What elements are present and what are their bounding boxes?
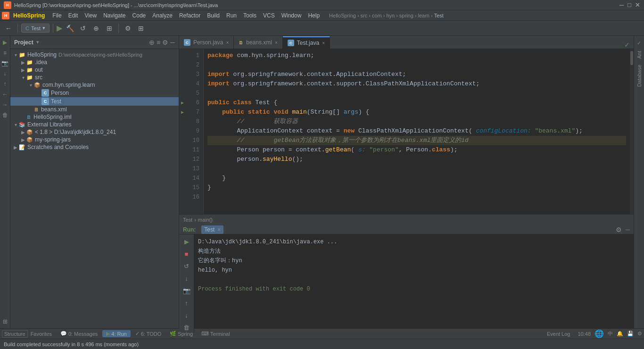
menu-tools[interactable]: Tools xyxy=(240,11,259,20)
sonar-icon[interactable]: 🌐 xyxy=(594,329,604,338)
run-config-selector[interactable]: C Test ▾ xyxy=(21,24,50,33)
window-controls[interactable]: ─ □ ✕ xyxy=(619,1,640,8)
tree-scratches[interactable]: ▶ 📝 Scratches and Consoles xyxy=(10,143,179,151)
close-btn[interactable]: ✕ xyxy=(635,1,640,8)
project-close-icon[interactable]: ─ xyxy=(170,39,175,46)
coverage-btn[interactable]: ⊕ xyxy=(91,23,102,34)
tree-iml[interactable]: 🗎 HelloSpring.iml xyxy=(10,113,179,121)
tree-src[interactable]: ▾ 📁 src xyxy=(10,74,179,81)
breadcrumb-main-method[interactable]: main() xyxy=(198,217,213,223)
tree-idea[interactable]: ▶ 📁 .idea xyxy=(10,58,179,66)
breadcrumb-com[interactable]: com xyxy=(372,13,382,18)
tab-test-close[interactable]: × xyxy=(322,41,325,46)
tree-ext-libs[interactable]: ▾ 📚 External Libraries xyxy=(10,121,179,128)
terminal-btn[interactable]: ⌨ Terminal xyxy=(198,330,234,337)
menu-view[interactable]: View xyxy=(82,11,99,20)
menu-code[interactable]: Code xyxy=(130,11,149,20)
right-database-label[interactable]: Database xyxy=(636,62,643,90)
checkmark-icon[interactable]: ✓ xyxy=(624,41,630,49)
left-icon-4[interactable]: ↓ xyxy=(0,69,10,78)
project-dropdown-icon[interactable]: ▾ xyxy=(36,39,39,45)
breadcrumb-hyn[interactable]: hyn xyxy=(386,13,395,18)
lf-icon[interactable]: 🔔 xyxy=(617,331,623,337)
tree-beans-xml[interactable]: 🗎 beans.xml xyxy=(10,106,179,113)
breadcrumb-test[interactable]: Test xyxy=(434,13,444,18)
run-tab-close[interactable]: × xyxy=(217,226,221,233)
memory-icon[interactable]: 💾 xyxy=(627,331,634,337)
tab-person-close[interactable]: × xyxy=(226,40,229,45)
tab-beans-close[interactable]: × xyxy=(275,40,278,45)
code-editor[interactable]: ▶ ▶ 12345 678910 111213141516 package co… xyxy=(179,49,634,214)
encoding-icon[interactable]: 中 xyxy=(608,330,613,337)
tab-person[interactable]: C Person.java × xyxy=(179,36,234,49)
gutter-7-run[interactable]: ▶ xyxy=(181,108,184,117)
run-play-btn[interactable]: ▶ xyxy=(182,236,192,247)
left-icon-2[interactable]: ≡ xyxy=(0,48,10,58)
todo-btn[interactable]: ✓ 6: TODO xyxy=(132,330,165,337)
tree-package[interactable]: ▾ 📦 com.hyn.spring.learn xyxy=(10,81,179,89)
breadcrumb-test-class[interactable]: Test xyxy=(183,217,192,223)
left-icon-6[interactable]: ← xyxy=(0,90,10,99)
minimize-btn[interactable]: ─ xyxy=(619,1,624,8)
gutter-6-run[interactable]: ▶ xyxy=(181,98,184,108)
run-scroll-btn[interactable]: ↓ xyxy=(182,273,192,283)
back-btn[interactable]: ← xyxy=(3,23,14,34)
run-tool-btn[interactable]: ▶ 4: Run xyxy=(102,330,130,337)
breadcrumb-src[interactable]: src xyxy=(361,13,368,18)
settings-btn[interactable]: ⚙ xyxy=(122,23,133,34)
run-config-dropdown[interactable]: ▾ xyxy=(42,25,45,31)
run-camera-btn[interactable]: 📷 xyxy=(182,285,192,296)
menu-refactor[interactable]: Refactor xyxy=(176,11,203,20)
left-icon-1[interactable]: ▶ xyxy=(0,38,10,47)
menu-window[interactable]: Window xyxy=(279,11,305,20)
project-settings-icon[interactable]: ⚙ xyxy=(162,39,168,46)
menu-navigate[interactable]: Navigate xyxy=(100,11,128,20)
tree-test[interactable]: C Test xyxy=(10,97,179,106)
run-button[interactable]: ▶ xyxy=(57,24,62,33)
run-up-btn[interactable]: ↑ xyxy=(182,298,192,308)
run-rerun-btn[interactable]: ↺ xyxy=(182,261,192,271)
checkmark-right[interactable]: ✓ xyxy=(634,38,644,48)
menu-analyze[interactable]: Analyze xyxy=(149,11,175,20)
breadcrumb-spring[interactable]: spring xyxy=(399,13,413,18)
menu-vcs[interactable]: VCS xyxy=(260,11,278,20)
tree-person[interactable]: C Person xyxy=(10,89,179,97)
tree-jdk[interactable]: ▶ 📦 < 1.8 > D:\Java\jdk\jdk1.8.0_241 xyxy=(10,128,179,136)
menu-build[interactable]: Build xyxy=(204,11,223,20)
tree-out[interactable]: ▶ 📁 out xyxy=(10,66,179,74)
run-stop-btn[interactable]: ■ xyxy=(182,249,192,259)
menu-edit[interactable]: Edit xyxy=(66,11,81,20)
menu-run[interactable]: Run xyxy=(223,11,239,20)
event-log-btn[interactable]: Event Log xyxy=(543,331,574,337)
left-icon-8[interactable]: 🗑 xyxy=(0,110,10,120)
editor-scrollbar[interactable] xyxy=(630,49,634,214)
spring-btn[interactable]: 🌿 Spring xyxy=(166,330,197,337)
extra-icons[interactable]: ⚙ xyxy=(637,331,642,337)
left-icon-expand[interactable]: ⊞ xyxy=(0,317,10,326)
tab-test[interactable]: C Test.java × xyxy=(283,36,330,49)
run-down-btn[interactable]: ↓ xyxy=(182,310,192,320)
right-ant-label[interactable]: Ant xyxy=(636,48,643,62)
menu-file[interactable]: File xyxy=(50,11,64,20)
run-tab[interactable]: Test × xyxy=(201,225,223,234)
breadcrumb-hellspring[interactable]: HelloSpring xyxy=(329,13,356,18)
left-icon-5[interactable]: ↑ xyxy=(0,79,10,89)
code-content[interactable]: package com.hyn.spring.learn; import org… xyxy=(204,49,630,214)
profiler-btn[interactable]: ⊞ xyxy=(104,23,115,34)
tab-beans[interactable]: 🗎 beans.xml × xyxy=(234,36,283,49)
menu-help[interactable]: Help xyxy=(305,11,322,20)
favorites-btn[interactable]: Favorites xyxy=(29,331,54,337)
left-icon-3[interactable]: 📷 xyxy=(0,58,10,68)
tree-my-spring[interactable]: ▶ 📦 my-spring-jars xyxy=(10,136,179,143)
left-icon-7[interactable]: → xyxy=(0,100,10,109)
project-locate-icon[interactable]: ⊕ xyxy=(149,39,155,46)
sync-btn[interactable]: ↺ xyxy=(77,23,89,34)
run-settings-btn[interactable]: ⚙ xyxy=(616,226,622,233)
expand-btn[interactable]: ⊞ xyxy=(135,23,147,34)
run-minimize-btn[interactable]: ─ xyxy=(626,226,630,233)
tree-root[interactable]: ▾ 📁 HelloSpring D:\workspace\spring-set\… xyxy=(10,51,179,58)
breadcrumb-learn[interactable]: learn xyxy=(418,13,429,18)
build-btn[interactable]: 🔨 xyxy=(64,23,75,34)
maximize-btn[interactable]: □ xyxy=(627,1,631,8)
messages-btn[interactable]: 💬 0: Messages xyxy=(57,330,101,337)
